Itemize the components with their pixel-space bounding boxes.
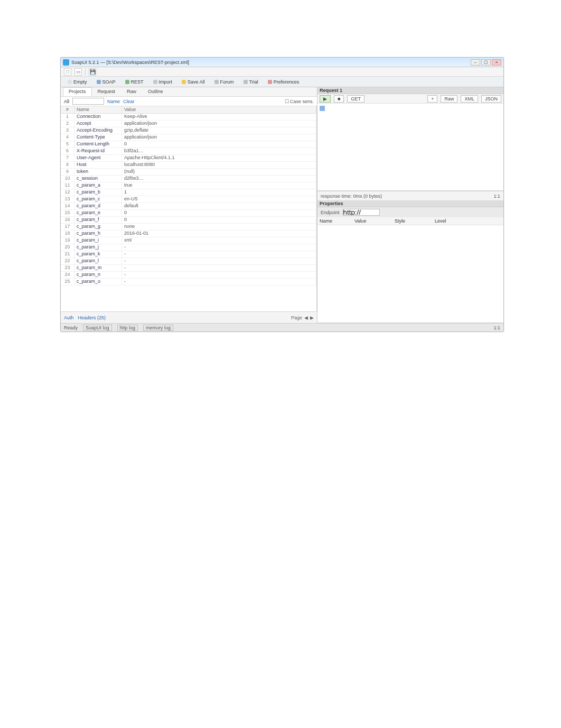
cell-value: application/json [122,121,316,127]
add-button[interactable]: + [427,95,437,103]
tab-raw[interactable]: Raw [121,87,142,96]
soap-icon [97,80,101,84]
right-pane: Request 1 ▶ ■ GET + Raw XML JSON [317,87,503,323]
table-row[interactable]: 21c_param_k- [61,251,316,258]
ribbon-tab-rest[interactable]: REST [120,77,148,87]
table-row[interactable]: 17c_param_gnone [61,224,316,231]
table-row[interactable]: 16c_param_f0 [61,217,316,224]
parameters-grid[interactable]: # Name Value 1ConnectionKeep-Alive2Accep… [61,106,317,311]
table-row[interactable]: 19c_param_ixml [61,237,316,244]
status-soapui-log[interactable]: SoapUI log [83,325,112,331]
table-row[interactable]: 6X-Request-Idb3f2a1… [61,148,316,155]
table-row[interactable]: 15c_param_e0 [61,210,316,217]
auth-link[interactable]: Auth [64,315,74,320]
col-value[interactable]: Value [122,106,316,113]
table-row[interactable]: 7User-AgentApache-HttpClient/4.1.1 [61,155,316,162]
request-footer: response time: 0ms (0 bytes) 1:1 [317,191,503,200]
preferences-icon [268,80,272,84]
grid-filter-bar: All Name Clear ☐ Case sens. [61,97,317,106]
col-index[interactable]: # [61,106,74,113]
tab-projects[interactable]: Projects [63,87,92,96]
ribbon-tab-forum[interactable]: Forum [210,77,239,87]
request-panel-title: Request 1 [317,87,503,94]
filter-input[interactable] [72,98,104,105]
ribbon-tab-trial[interactable]: Trial [239,77,263,87]
endpoint-input[interactable] [343,209,380,216]
table-row[interactable]: 14c_param_ddefault [61,203,316,210]
tab-outline[interactable]: Outline [142,87,169,96]
ribbon-tab-soap[interactable]: SOAP [92,77,120,87]
ribbon-tab-import[interactable]: Import [148,77,177,87]
table-row[interactable]: 9token(null) [61,169,316,176]
table-row[interactable]: 18c_param_h2016-01-01 [61,231,316,237]
cell-name: c_param_o [74,279,122,285]
cell-index: 2 [61,121,74,127]
table-row[interactable]: 3Accept-Encodinggzip,deflate [61,127,316,134]
headers-link[interactable]: Headers (25) [78,315,106,320]
method-dropdown[interactable]: GET [347,95,364,103]
status-memory-log[interactable]: memory log [143,325,173,331]
col-name[interactable]: Name [74,106,122,113]
pager-prev-icon[interactable]: ◀ [304,315,308,320]
cell-name: Accept-Encoding [74,127,122,134]
cell-index: 3 [61,127,74,134]
minimize-button[interactable]: – [471,59,480,66]
stop-request-button[interactable]: ■ [334,95,344,103]
ribbon-label: Preferences [274,79,300,85]
run-request-button[interactable]: ▶ [320,95,331,103]
table-row[interactable]: 8Hostlocalhost:8080 [61,162,316,169]
properties-grid[interactable] [317,225,503,323]
table-row[interactable]: 11c_param_atrue [61,182,316,189]
properties-panel: Properties Endpoint Name Value Style Lev… [317,200,503,323]
cursor-pos: 1:1 [493,193,500,199]
cell-value: application/json [122,134,316,141]
xml-tab[interactable]: XML [461,95,478,103]
prop-col-value[interactable]: Value [354,218,391,224]
ribbon-tab-save-all[interactable]: Save All [177,77,210,87]
prop-col-style[interactable]: Style [395,218,432,224]
table-row[interactable]: 25c_param_o- [61,279,316,285]
cell-name: c_param_b [74,189,122,196]
cell-index: 17 [61,224,74,230]
sort-dropdown[interactable]: Name [107,99,120,104]
cell-value: gzip,deflate [122,127,316,134]
cell-index: 20 [61,244,74,251]
clear-filter-link[interactable]: Clear [123,99,135,104]
properties-columns: Name Value Style Level [317,217,503,225]
ribbon-tab-preferences[interactable]: Preferences [263,77,304,87]
open-button[interactable]: ▭ [74,68,82,76]
table-row[interactable]: 20c_param_j- [61,244,316,251]
table-row[interactable]: 22c_param_l- [61,258,316,265]
tab-request[interactable]: Request [92,87,121,96]
cell-value: 2016-01-01 [122,231,316,237]
table-row[interactable]: 5Content-Length0 [61,141,316,148]
table-row[interactable]: 4Content-Typeapplication/json [61,134,316,141]
new-button[interactable]: □ [64,68,71,76]
request-body-editor[interactable] [317,104,503,191]
maximize-button[interactable]: ▢ [481,59,491,66]
raw-tab[interactable]: Raw [441,95,457,103]
cell-name: c_param_e [74,210,122,216]
ribbon-tab-empty[interactable]: Empty [63,77,92,87]
cell-name: User-Agent [74,155,122,161]
table-row[interactable]: 24c_param_n- [61,272,316,279]
status-http-log[interactable]: http log [117,325,138,331]
table-row[interactable]: 10c_sessiond2f0e3… [61,176,316,182]
case-sensitive-checkbox[interactable]: ☐ Case sens. [285,99,314,104]
ribbon-label: Save All [188,79,205,85]
table-row[interactable]: 12c_param_b1 [61,189,316,196]
status-cursor: 1:1 [493,325,500,330]
json-tab[interactable]: JSON [481,95,501,103]
close-button[interactable]: × [492,59,501,66]
table-row[interactable]: 23c_param_m- [61,265,316,272]
prop-col-level[interactable]: Level [435,218,501,224]
table-row[interactable]: 2Acceptapplication/json [61,121,316,127]
table-row[interactable]: 13c_param_cen-US [61,196,316,203]
cell-value: none [122,224,316,230]
pager-next-icon[interactable]: ▶ [310,315,314,320]
table-row[interactable]: 1ConnectionKeep-Alive [61,114,316,121]
save-button[interactable]: 💾 [89,68,96,76]
prop-col-name[interactable]: Name [320,218,351,224]
left-bottom-bar: Auth Headers (25) Page ◀ ▶ [61,311,317,323]
app-window: SoapUI 5.2.1 — [S:\Dev\Workspaces\REST-p… [60,57,504,332]
